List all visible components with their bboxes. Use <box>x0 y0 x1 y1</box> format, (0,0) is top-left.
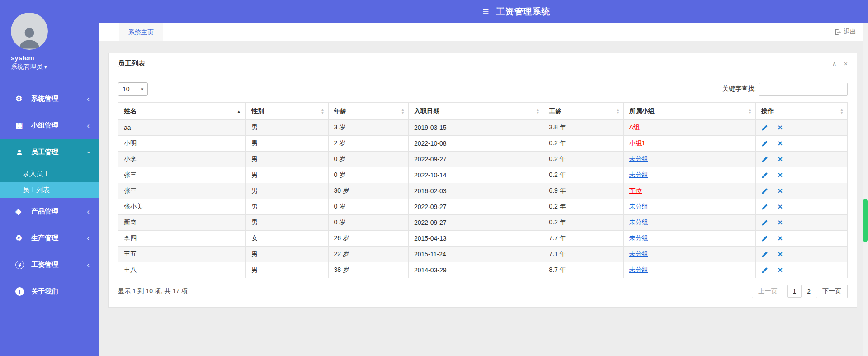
edit-icon[interactable] <box>761 267 768 274</box>
column-header-age[interactable]: 年龄 ▲▼ <box>328 103 408 120</box>
page-1-button[interactable]: 1 <box>787 285 802 298</box>
cell-seniority: 0.2 年 <box>543 199 623 215</box>
table-row[interactable]: 王八 男 38 岁 2014-03-29 8.7 年 未分组 × <box>118 262 848 278</box>
delete-icon[interactable]: × <box>778 218 783 227</box>
menu-label: 工资管理 <box>31 261 58 269</box>
edit-icon[interactable] <box>761 140 768 147</box>
logout-button[interactable]: 退出 <box>835 28 856 36</box>
column-header-hire-date[interactable]: 入职日期 ▲▼ <box>408 103 543 120</box>
edit-icon[interactable] <box>761 204 768 210</box>
sidebar-item-product-management[interactable]: ◈ 产品管理 ‹ <box>0 198 99 225</box>
cell-seniority: 8.7 年 <box>543 262 623 278</box>
group-link[interactable]: 未分组 <box>629 266 648 273</box>
cell-hire-date: 2016-02-03 <box>408 183 543 199</box>
search-label: 关键字查找: <box>722 85 756 93</box>
collapse-icon[interactable]: ∧ <box>832 60 837 67</box>
menu-label: 系统管理 <box>31 95 58 103</box>
delete-icon[interactable]: × <box>778 203 783 211</box>
submenu-item-employee-list[interactable]: 员工列表 <box>0 182 99 198</box>
column-header-name[interactable]: 姓名 ▲ <box>118 103 246 120</box>
table-row[interactable]: 张小美 男 0 岁 2022-09-27 0.2 年 未分组 × <box>118 199 848 215</box>
group-link[interactable]: A组 <box>629 123 640 131</box>
edit-icon[interactable] <box>761 235 768 242</box>
sort-icon: ▲▼ <box>840 108 844 114</box>
cell-name: 张三 <box>118 167 246 183</box>
table-info: 显示 1 到 10 项, 共 17 项 <box>118 287 188 295</box>
search-input[interactable] <box>759 83 848 96</box>
cell-age: 22 岁 <box>328 247 408 262</box>
delete-icon[interactable]: × <box>778 266 783 274</box>
cell-seniority: 0.2 年 <box>543 215 623 231</box>
table-row[interactable]: aa 男 3 岁 2019-03-15 3.8 年 A组 × <box>118 120 848 136</box>
cell-name: 新奇 <box>118 215 246 231</box>
sidebar-item-system-management[interactable]: ⚙ 系统管理 ‹ <box>0 85 99 112</box>
delete-icon[interactable]: × <box>778 123 783 132</box>
role-label: 系统管理员 <box>11 63 42 70</box>
chevron-left-icon: ‹ <box>87 95 90 104</box>
group-link[interactable]: 未分组 <box>629 234 648 242</box>
table-row[interactable]: 小明 男 2 岁 2022-10-08 0.2 年 小组1 × <box>118 136 848 152</box>
column-header-actions[interactable]: 操作 ▲▼ <box>755 103 847 120</box>
cell-group: 小组1 <box>623 136 755 152</box>
group-link[interactable]: 小组1 <box>629 139 646 147</box>
delete-icon[interactable]: × <box>778 234 783 242</box>
table-row[interactable]: 王五 男 22 岁 2015-11-24 7.1 年 未分组 × <box>118 247 848 262</box>
product-icon: ◈ <box>15 207 27 216</box>
cell-gender: 男 <box>246 262 328 278</box>
column-header-gender[interactable]: 性别 ▲▼ <box>246 103 328 120</box>
tab-home[interactable]: 系统主页 <box>119 23 163 41</box>
page-2-button[interactable]: 2 <box>805 285 812 297</box>
table-row[interactable]: 新奇 男 0 岁 2022-09-27 0.2 年 未分组 × <box>118 215 848 231</box>
table-row[interactable]: 张三 男 0 岁 2022-10-14 0.2 年 未分组 × <box>118 167 848 183</box>
delete-icon[interactable]: × <box>778 155 783 163</box>
table-row[interactable]: 小李 男 0 岁 2022-09-27 0.2 年 未分组 × <box>118 152 848 167</box>
avatar[interactable] <box>11 13 48 50</box>
edit-icon[interactable] <box>761 124 768 131</box>
delete-icon[interactable]: × <box>778 139 783 147</box>
next-page-button[interactable]: 下一页 <box>816 285 848 298</box>
column-header-seniority[interactable]: 工龄 ▲▼ <box>543 103 623 120</box>
sidebar-item-production-management[interactable]: ♻ 生产管理 ‹ <box>0 225 99 252</box>
group-link[interactable]: 未分组 <box>629 171 648 178</box>
cell-group: 未分组 <box>623 262 755 278</box>
edit-icon[interactable] <box>761 188 768 195</box>
cell-name: 王五 <box>118 247 246 262</box>
edit-icon[interactable] <box>761 219 768 226</box>
panel-body: 10 ▾ 关键字查找: <box>109 74 857 307</box>
sidebar-item-group-management[interactable]: ▦ 小组管理 ‹ <box>0 112 99 139</box>
group-link[interactable]: 未分组 <box>629 155 648 162</box>
edit-icon[interactable] <box>761 156 768 163</box>
cell-seniority: 7.7 年 <box>543 231 623 247</box>
column-header-group[interactable]: 所属小组 ▲▼ <box>623 103 755 120</box>
group-link[interactable]: 车位 <box>629 187 642 194</box>
sort-icon: ▲▼ <box>748 108 752 114</box>
sidebar-item-employee-management[interactable]: 员工管理 ‹ <box>0 139 99 166</box>
role-dropdown[interactable]: 系统管理员▾ <box>11 63 99 71</box>
group-link[interactable]: 未分组 <box>629 218 648 226</box>
edit-icon[interactable] <box>761 251 768 258</box>
delete-icon[interactable]: × <box>778 250 783 258</box>
gear-icon: ⚙ <box>15 94 27 104</box>
grid-icon: ▦ <box>15 121 27 130</box>
delete-icon[interactable]: × <box>778 187 783 195</box>
sidebar-item-salary-management[interactable]: ¥ 工资管理 ‹ <box>0 252 99 278</box>
submenu-item-add-employee[interactable]: 录入员工 <box>0 166 99 182</box>
table-row[interactable]: 李四 女 26 岁 2015-04-13 7.7 年 未分组 × <box>118 231 848 247</box>
cell-hire-date: 2019-03-15 <box>408 120 543 136</box>
scrollbar-thumb[interactable] <box>863 199 868 242</box>
cell-group: 未分组 <box>623 215 755 231</box>
cell-age: 0 岁 <box>328 199 408 215</box>
prev-page-button[interactable]: 上一页 <box>752 285 783 298</box>
hamburger-icon[interactable]: ≡ <box>482 6 489 17</box>
table-row[interactable]: 张三 男 30 岁 2016-02-03 6.9 年 车位 × <box>118 183 848 199</box>
cell-hire-date: 2014-03-29 <box>408 262 543 278</box>
scrollbar-track[interactable] <box>863 23 868 356</box>
page-length-select[interactable]: 10 ▾ <box>118 82 148 96</box>
group-link[interactable]: 未分组 <box>629 250 648 257</box>
edit-icon[interactable] <box>761 172 768 179</box>
sidebar-menu: ⚙ 系统管理 ‹ ▦ 小组管理 ‹ 员工管理 ‹ 录入员工 员工列表 ◈ <box>0 85 99 305</box>
group-link[interactable]: 未分组 <box>629 203 648 210</box>
close-icon[interactable]: × <box>844 60 848 67</box>
sidebar-item-about-us[interactable]: i 关于我们 <box>0 278 99 305</box>
delete-icon[interactable]: × <box>778 171 783 179</box>
